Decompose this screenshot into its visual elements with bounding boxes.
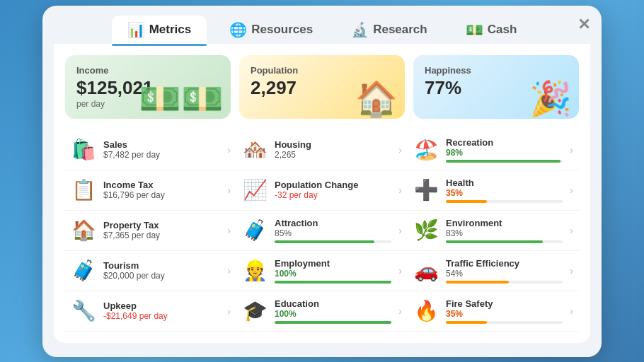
chevron-right-icon: › — [227, 144, 231, 156]
chevron-right-icon: › — [570, 225, 573, 236]
tab-cash[interactable]: 💵 Cash — [450, 16, 533, 44]
metric-name: Environment — [446, 218, 563, 228]
metrics-grid: 🛍️Sales$7,482 per day›🏘️Housing2,265›🏖️R… — [65, 130, 579, 332]
metric-name: Property Tax — [103, 220, 220, 230]
content-area: Income $125,021 per day 💵💵 Population 2,… — [54, 44, 590, 343]
happiness-illustration: 🎉 — [529, 79, 572, 119]
metric-icon: 🧳 — [242, 218, 268, 242]
metric-info: Fire Safety35% — [446, 298, 563, 324]
metric-name: Health — [446, 177, 563, 188]
chevron-right-icon: › — [398, 265, 402, 276]
metric-icon: 🛍️ — [71, 138, 96, 161]
metric-info: Property Tax$7,365 per day — [103, 220, 220, 240]
metric-item[interactable]: 🔧Upkeep-$21,649 per day› — [65, 291, 236, 332]
metric-bar-bg — [446, 200, 563, 203]
metric-bar-fill — [446, 200, 487, 203]
metric-value: 85% — [275, 228, 391, 238]
metric-item[interactable]: 🧳Attraction85%› — [236, 211, 408, 251]
income-card: Income $125,021 per day 💵💵 — [65, 55, 231, 119]
chevron-right-icon: › — [227, 185, 231, 196]
metric-bar-fill — [446, 281, 509, 284]
metric-item[interactable]: 📋Income Tax$16,796 per day› — [65, 170, 236, 211]
metric-item[interactable]: 🏠Property Tax$7,365 per day› — [65, 211, 236, 251]
metric-item[interactable]: 🏘️Housing2,265› — [236, 130, 408, 170]
metric-item[interactable]: 🧳Tourism$20,000 per day› — [65, 251, 236, 291]
metric-bar-bg — [446, 281, 563, 284]
tab-resources[interactable]: 🌐 Resources — [214, 16, 328, 44]
metric-value: 35% — [446, 309, 563, 319]
metric-item[interactable]: 👷Employment100%› — [236, 251, 408, 291]
metric-bar-bg — [446, 160, 563, 163]
metric-icon: 🎓 — [242, 299, 268, 322]
tab-resources-label: Resources — [251, 23, 313, 37]
research-icon: 🔬 — [351, 21, 369, 38]
tab-research-label: Research — [373, 23, 427, 37]
metric-name: Income Tax — [103, 180, 220, 190]
metric-info: Tourism$20,000 per day — [103, 260, 220, 281]
cash-icon: 💵 — [466, 21, 483, 38]
metric-info: Health35% — [446, 177, 563, 203]
metric-item[interactable]: 🎓Education100%› — [236, 291, 408, 332]
income-illustration: 💵💵 — [139, 79, 224, 119]
metric-bar-bg — [446, 240, 563, 243]
chevron-right-icon: › — [570, 144, 573, 156]
metric-value: $7,482 per day — [103, 150, 220, 160]
metric-bar-fill — [275, 281, 391, 284]
chevron-right-icon: › — [227, 305, 231, 317]
metric-item[interactable]: ➕Health35%› — [408, 170, 579, 211]
metric-icon: 🌿 — [413, 218, 439, 242]
chevron-right-icon: › — [570, 185, 573, 196]
metric-name: Fire Safety — [446, 298, 563, 309]
summary-cards: Income $125,021 per day 💵💵 Population 2,… — [65, 55, 579, 119]
metric-item[interactable]: 🔥Fire Safety35%› — [408, 291, 579, 332]
chevron-right-icon: › — [398, 305, 402, 317]
chevron-right-icon: › — [227, 265, 231, 276]
metric-info: Recreation98% — [446, 137, 563, 163]
income-label: Income — [76, 65, 219, 76]
metric-name: Population Change — [275, 180, 391, 190]
metric-name: Education — [275, 298, 391, 309]
chevron-right-icon: › — [227, 225, 231, 236]
metric-bar-fill — [446, 160, 560, 163]
metric-name: Recreation — [446, 137, 563, 148]
metric-value: $16,796 per day — [103, 190, 220, 200]
metric-value: 35% — [446, 188, 563, 198]
metric-info: Education100% — [275, 298, 391, 324]
metrics-icon: 📊 — [127, 21, 145, 38]
metric-info: Employment100% — [275, 258, 391, 284]
metric-value: 83% — [446, 228, 563, 238]
metric-value: 2,265 — [275, 150, 391, 160]
metric-name: Attraction — [275, 218, 391, 228]
metric-value: 98% — [446, 148, 563, 158]
metric-bar-fill — [446, 240, 543, 243]
metric-icon: 🔥 — [413, 299, 439, 322]
metric-icon: 🔧 — [71, 299, 96, 322]
metric-info: Population Change-32 per day — [275, 180, 391, 200]
metric-item[interactable]: 🏖️Recreation98%› — [408, 130, 579, 170]
chevron-right-icon: › — [398, 225, 402, 236]
metric-value: 100% — [275, 269, 391, 279]
metric-bar-bg — [275, 321, 391, 324]
metric-info: Housing2,265 — [275, 139, 391, 160]
metric-name: Tourism — [103, 260, 220, 271]
tab-bar: 📊 Metrics 🌐 Resources 🔬 Research 💵 Cash … — [42, 6, 602, 44]
metric-item[interactable]: 🛍️Sales$7,482 per day› — [65, 130, 236, 170]
metric-value: $7,365 per day — [103, 230, 220, 240]
population-label: Population — [251, 65, 393, 76]
tab-metrics[interactable]: 📊 Metrics — [112, 16, 207, 44]
metric-name: Traffic Efficiency — [446, 258, 563, 269]
metric-info: Upkeep-$21,649 per day — [103, 300, 220, 321]
metric-name: Employment — [275, 258, 391, 269]
metric-item[interactable]: 📈Population Change-32 per day› — [236, 170, 408, 211]
metric-bar-bg — [446, 321, 563, 324]
tab-research[interactable]: 🔬 Research — [335, 16, 443, 44]
metric-name: Upkeep — [103, 300, 220, 311]
metric-bar-bg — [275, 240, 391, 243]
metric-item[interactable]: 🌿Environment83%› — [408, 211, 579, 251]
chevron-right-icon: › — [570, 305, 573, 317]
metric-item[interactable]: 🚗Traffic Efficiency54%› — [408, 251, 579, 291]
metric-name: Sales — [103, 139, 220, 150]
chevron-right-icon: › — [398, 185, 402, 196]
close-button[interactable]: ✕ — [577, 16, 590, 34]
metric-bar-fill — [275, 240, 374, 243]
